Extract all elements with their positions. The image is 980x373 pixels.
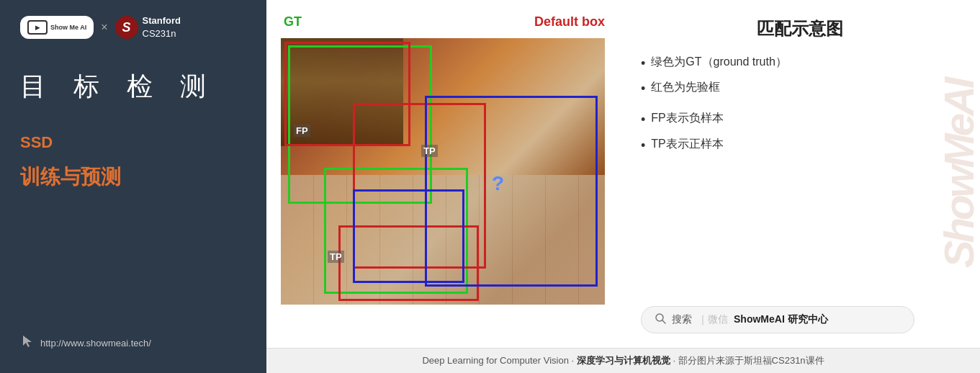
list-item-1: 绿色为GT（ground truth） bbox=[641, 55, 958, 73]
bullet-text-3: FP表示负样本 bbox=[651, 111, 723, 126]
stanford-text: Stanford CS231n bbox=[143, 14, 181, 40]
stanford-line1: Stanford bbox=[143, 14, 181, 27]
slide-area: GT Default box FP TP bbox=[266, 0, 980, 348]
showmeai-logo: Show Me AI bbox=[20, 16, 94, 39]
watermark: ShowMeAI bbox=[937, 0, 980, 348]
showmeai-icon bbox=[27, 20, 48, 35]
footer-bold: 深度学习与计算机视觉 bbox=[577, 355, 670, 366]
bullet-text-1: 绿色为GT（ground truth） bbox=[651, 55, 787, 70]
footer: Deep Learning for Computer Vision · 深度学习… bbox=[266, 348, 980, 373]
tp-label-2: TP bbox=[328, 251, 344, 263]
stanford-logo: S Stanford CS231n bbox=[115, 14, 181, 40]
info-list: 绿色为GT（ground truth） 红色为先验框 FP表示负样本 TP表示正… bbox=[641, 55, 958, 162]
bullet-text-2: 红色为先验框 bbox=[651, 80, 720, 95]
tp-label-1: TP bbox=[421, 145, 438, 157]
labels-row: GT Default box bbox=[281, 14, 608, 34]
search-bar[interactable]: 搜索 ｜微信 ShowMeAI 研究中心 bbox=[641, 306, 914, 333]
fp-label: FP bbox=[294, 125, 310, 137]
url-text: http://www.showmeai.tech/ bbox=[40, 338, 151, 349]
main-content: GT Default box FP TP bbox=[266, 0, 980, 373]
info-title: 匹配示意图 bbox=[641, 17, 958, 40]
svg-line-1 bbox=[662, 320, 665, 323]
sub-title: 训练与预测 bbox=[20, 163, 246, 191]
default-box-label: Default box bbox=[534, 14, 605, 34]
stanford-line2: CS231n bbox=[143, 27, 181, 40]
sidebar: Show Me AI × S Stanford CS231n 目 标 检 测 S… bbox=[0, 0, 266, 373]
info-section: ShowMeAI 匹配示意图 绿色为GT（ground truth） 红色为先验… bbox=[619, 0, 980, 348]
main-title: 目 标 检 测 bbox=[20, 69, 246, 104]
url-icon bbox=[20, 334, 35, 351]
section-label: SSD bbox=[20, 133, 246, 152]
bullet-text-4: TP表示正样本 bbox=[651, 137, 723, 152]
stanford-s-icon: S bbox=[115, 16, 138, 39]
list-item-3: FP表示负样本 bbox=[641, 111, 958, 129]
floor bbox=[281, 175, 605, 305]
gt-label: GT bbox=[284, 14, 302, 30]
list-item-2: 红色为先验框 bbox=[641, 80, 958, 98]
image-container: FP TP TP ? bbox=[281, 38, 605, 305]
image-section: GT Default box FP TP bbox=[266, 0, 619, 348]
question-label: ? bbox=[490, 171, 506, 196]
search-brand: ShowMeAI 研究中心 bbox=[734, 313, 828, 326]
footer-text2: · 部分图片来源于斯坦福CS231n课件 bbox=[670, 355, 824, 366]
logo-area: Show Me AI × S Stanford CS231n bbox=[20, 14, 246, 40]
url-area: http://www.showmeai.tech/ bbox=[20, 334, 246, 359]
list-item-4: TP表示正样本 bbox=[641, 137, 958, 155]
search-icon bbox=[655, 313, 666, 327]
search-divider: ｜微信 bbox=[698, 313, 728, 326]
cross-symbol: × bbox=[101, 21, 107, 34]
footer-text1: Deep Learning for Computer Vision · bbox=[422, 355, 576, 366]
showmeai-text: Show Me AI bbox=[50, 24, 86, 32]
search-text: 搜索 bbox=[672, 313, 692, 326]
